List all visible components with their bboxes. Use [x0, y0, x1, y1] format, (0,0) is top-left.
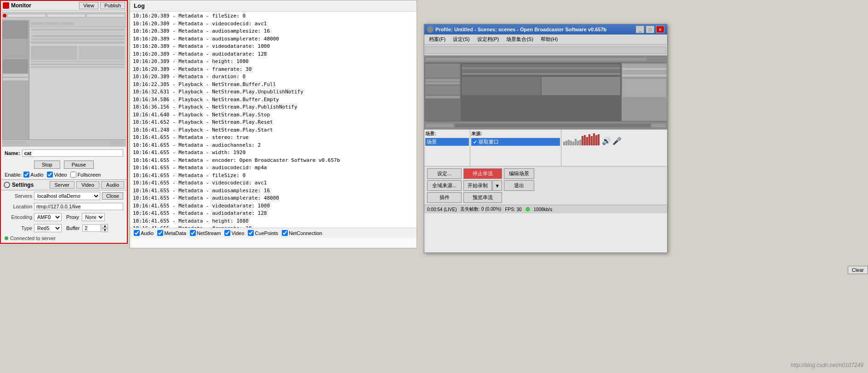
location-input[interactable] — [34, 203, 123, 210]
sources-col: 来源: 获取窗口 — [470, 130, 561, 166]
netconnection-log-checkbox[interactable]: NetConnection — [282, 230, 322, 236]
log-line: 10:16:41.655 - Metadata - height: 1080 — [133, 218, 414, 225]
preview-inner — [2, 11, 126, 147]
start-record-btn[interactable]: 开始录制 — [463, 180, 492, 191]
proxy-select[interactable]: None — [82, 213, 105, 221]
video-enable-label[interactable]: Video — [47, 172, 67, 178]
name-row: Name: — [1, 148, 127, 159]
preview-toolbar-dot — [3, 14, 6, 17]
location-label: Location — [5, 204, 32, 209]
scenes-col-title: 场景: — [425, 131, 469, 137]
bitrate-display: 1008kb/s — [534, 207, 553, 212]
buffer-spinner[interactable]: ▲ ▼ — [102, 224, 108, 232]
all-sources-btn[interactable]: 全域来源... — [427, 180, 462, 191]
exit-btn[interactable]: 退出 — [504, 180, 534, 191]
menu-scene-collection[interactable]: 场景集合(S) — [503, 35, 537, 44]
dropped-frames: 丢失帧数: 0 (0.00%) — [460, 206, 501, 212]
obs-titlebar: Profile: Untitled - Scenes: scenes - Ope… — [424, 24, 667, 34]
watermark: http://blog.csdn.net/n0107249 — [791, 362, 863, 368]
log-line: 10:16:20.389 - Metadata - height: 1080 — [133, 58, 414, 66]
source-item[interactable]: 获取窗口 — [471, 138, 560, 146]
video-checkbox[interactable] — [47, 172, 53, 178]
clear-button[interactable]: Clear — [848, 266, 868, 274]
log-line: 10:16:41.248 - Playback - NetStream.Play… — [133, 126, 414, 134]
log-line: 10:16:20.389 - Metadata - videocodecid: … — [133, 20, 414, 28]
fullscreen-label: Fullscreen — [77, 172, 101, 178]
scene-item[interactable]: 场景 — [425, 138, 469, 146]
log-line: 10:16:41.655 - Metadata - audiosamplesiz… — [133, 187, 414, 195]
encoding-row: Encoding AMF0 Proxy None — [1, 212, 127, 223]
audio-log-checkbox[interactable]: Audio — [134, 230, 154, 236]
monitor-preview — [2, 11, 126, 147]
plugins-btn[interactable]: 插件 — [427, 192, 462, 203]
status-dot — [5, 236, 8, 240]
status-green-dot — [525, 207, 530, 212]
audio-enable-label[interactable]: Audio — [23, 172, 43, 178]
cuepoints-log-checkbox[interactable]: CuePoints — [248, 230, 278, 236]
enable-row: Enable: Audio Video Fullscreen — [1, 171, 127, 178]
publish-button[interactable]: Publish — [100, 2, 125, 9]
obs-title-text: Profile: Untitled - Scenes: scenes - Ope… — [435, 27, 634, 32]
menu-help[interactable]: 帮助(H) — [537, 35, 561, 44]
proxy-label: Proxy — [66, 214, 79, 220]
close-window-button[interactable]: ✕ — [656, 26, 664, 33]
type-select[interactable]: Red5 — [34, 224, 62, 232]
audio-tab[interactable]: Audio — [101, 181, 124, 189]
stop-button[interactable]: Stop — [34, 161, 60, 169]
settings-btn[interactable]: 设定... — [427, 168, 462, 179]
obs-menubar: 档案(F) 设定(S) 设定档(P) 场景集合(S) 帮助(H) — [424, 34, 667, 45]
volume-meter: 🔊 🎤 — [563, 132, 665, 145]
name-input[interactable] — [22, 149, 123, 157]
buffer-input[interactable] — [82, 224, 101, 232]
buffer-down[interactable]: ▼ — [102, 228, 108, 232]
servers-select[interactable]: localhost oflaDemo — [34, 192, 100, 200]
log-line: 10:16:41.655 - Metadata - videocodecid: … — [133, 179, 414, 187]
scenes-sources-row: 场景: 场景 来源: 获取窗口 — [424, 129, 667, 166]
video-label: Video — [54, 172, 67, 178]
server-tab[interactable]: Server — [50, 181, 74, 189]
right-controls: 停止串流 开始录制 ▼ 预览串流 — [463, 168, 502, 203]
location-row: Location — [1, 201, 127, 212]
menu-settings[interactable]: 设定(S) — [449, 35, 474, 44]
type-label: Type — [5, 225, 32, 231]
fps-display: FPS: 30 — [505, 207, 521, 212]
log-line: 10:16:41.655 - Metadata - width: 1920 — [133, 149, 414, 157]
edit-scene-btn[interactable]: 编辑场景 — [504, 168, 534, 179]
left-controls: 设定... 全域来源... 插件 — [427, 168, 462, 203]
metadata-log-checkbox[interactable]: MetaData — [157, 230, 186, 236]
preview-stream-btn[interactable]: 预览串流 — [463, 192, 502, 203]
pause-button[interactable]: Pause — [64, 161, 94, 169]
log-line: 10:16:20.389 - Metadata - audiosamplesiz… — [133, 28, 414, 35]
fullscreen-enable-label[interactable]: Fullscreen — [70, 172, 101, 178]
obs-controls: 设定... 全域来源... 插件 停止串流 开始录制 ▼ 预览串流 编辑场景 退… — [424, 166, 667, 205]
netstream-log-checkbox[interactable]: NetStream — [190, 230, 221, 236]
menu-profile[interactable]: 设定档(P) — [474, 35, 503, 44]
encoding-label: Encoding — [5, 214, 32, 220]
obs-toolbar — [424, 45, 667, 56]
fullscreen-checkbox[interactable] — [70, 172, 76, 178]
encoding-select[interactable]: AMF0 — [34, 213, 62, 221]
minimize-button[interactable]: _ — [636, 26, 644, 33]
buffer-up[interactable]: ▲ — [102, 224, 108, 228]
video-log-checkbox[interactable]: Video — [224, 230, 244, 236]
menu-file[interactable]: 档案(F) — [425, 35, 449, 44]
stop-stream-btn[interactable]: 停止串流 — [463, 168, 502, 179]
log-line: 10:16:41.655 - Metadata - audiocodecid: … — [133, 164, 414, 172]
monitor-buttons: Stop Pause — [1, 159, 127, 171]
time-display: 0:00:54 (LIVE) — [427, 207, 457, 212]
log-line: 10:16:41.655 - Metadata - audiochannels:… — [133, 142, 414, 149]
log-content[interactable]: 10:16:20.389 - Metadata - fileSize: 010:… — [130, 11, 417, 228]
preview-main — [29, 20, 126, 139]
view-button[interactable]: View — [79, 2, 98, 9]
obs-status-bar: 0:00:54 (LIVE) 丢失帧数: 0 (0.00%) FPS: 30 1… — [424, 205, 667, 213]
video-tab[interactable]: Video — [76, 181, 99, 189]
audio-checkbox[interactable] — [23, 172, 29, 178]
close-button[interactable]: Close — [102, 192, 123, 200]
status-text: Connected to server — [10, 235, 56, 241]
log-line: 10:16:41.655 - Metadata - encoder: Open … — [133, 157, 414, 165]
mic-icon: 🎤 — [612, 137, 622, 145]
maximize-button[interactable]: □ — [646, 26, 654, 33]
type-row: Type Red5 Buffer ▲ ▼ — [1, 223, 127, 234]
log-header: Log — [130, 0, 417, 11]
record-dropdown-btn[interactable]: ▼ — [492, 180, 502, 191]
